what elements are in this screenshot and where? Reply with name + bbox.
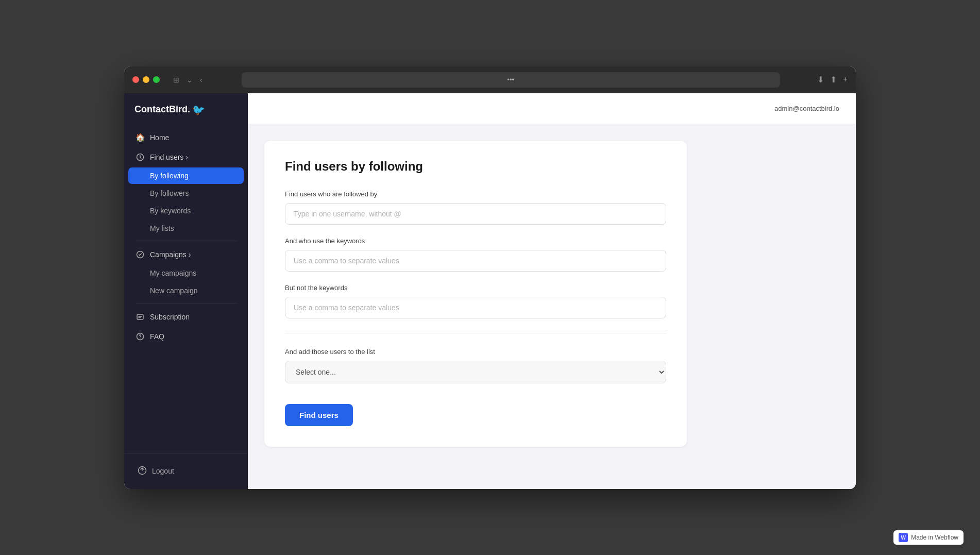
webflow-badge-label: Made in Webflow [911, 534, 958, 541]
sidebar-item-subscription-label: Subscription [150, 313, 190, 321]
sidebar-item-my-lists[interactable]: My lists [128, 220, 244, 237]
form-group-username: Find users who are followed by [285, 190, 666, 225]
form-label-list: And add those users to the list [285, 348, 666, 356]
logo-text: ContactBird. [134, 104, 190, 115]
logout-button[interactable]: Logout [134, 462, 238, 481]
sidebar-item-find-users[interactable]: Find users › [128, 148, 244, 166]
sidebar-item-by-followers[interactable]: By followers [128, 185, 244, 201]
exclude-keywords-input[interactable] [285, 297, 666, 318]
sidebar-item-my-lists-label: My lists [150, 224, 174, 232]
sidebar-item-my-campaigns-label: My campaigns [150, 269, 196, 277]
sidebar-item-by-keywords[interactable]: By keywords [128, 203, 244, 219]
sidebar-footer: Logout [124, 453, 248, 489]
logout-label: Logout [152, 467, 174, 475]
traffic-lights [132, 76, 160, 83]
find-users-button[interactable]: Find users [285, 404, 353, 426]
sidebar-item-faq-label: FAQ [150, 332, 164, 341]
main-content: admin@contactbird.io Find users by follo… [248, 93, 856, 489]
user-email: admin@contactbird.io [774, 105, 839, 112]
form-divider [285, 333, 666, 333]
sidebar-item-by-followers-label: By followers [150, 189, 189, 197]
main-body: Find users by following Find users who a… [248, 124, 856, 489]
page-title: Find users by following [285, 159, 666, 174]
main-header: admin@contactbird.io [248, 93, 856, 124]
sidebar: ContactBird. 🐦 🏠 Home Find users › [124, 93, 248, 489]
svg-rect-2 [137, 314, 143, 319]
subscription-icon [136, 312, 145, 322]
titlebar-controls: ⊞ ⌄ ‹ [171, 75, 205, 85]
clock-icon [136, 153, 145, 162]
app-layout: ContactBird. 🐦 🏠 Home Find users › [124, 93, 856, 489]
download-icon[interactable]: ⬇ [817, 75, 824, 85]
address-bar[interactable]: ••• [242, 72, 780, 88]
keywords-input[interactable] [285, 250, 666, 272]
app-window: ⊞ ⌄ ‹ ••• ⬇ ⬆ + ContactBird. 🐦 🏠 Home [124, 66, 856, 489]
form-group-exclude-keywords: But not the keywords [285, 284, 666, 318]
home-icon: 🏠 [136, 133, 145, 142]
form-group-keywords: And who use the keywords [285, 237, 666, 272]
form-label-exclude-keywords: But not the keywords [285, 284, 666, 292]
form-card: Find users by following Find users who a… [264, 141, 687, 447]
form-label-keywords: And who use the keywords [285, 237, 666, 245]
fullscreen-button[interactable] [153, 76, 160, 83]
nav-divider-2 [136, 303, 236, 304]
faq-icon [136, 332, 145, 341]
sidebar-item-find-users-label: Find users › [150, 153, 188, 161]
titlebar: ⊞ ⌄ ‹ ••• ⬇ ⬆ + [124, 66, 856, 93]
add-tab-icon[interactable]: + [843, 75, 848, 85]
sidebar-item-by-keywords-label: By keywords [150, 207, 191, 215]
sidebar-item-home-label: Home [150, 133, 169, 142]
sidebar-item-home[interactable]: 🏠 Home [128, 128, 244, 147]
sidebar-item-my-campaigns[interactable]: My campaigns [128, 265, 244, 281]
sidebar-nav: 🏠 Home Find users › By following [124, 128, 248, 453]
bird-icon: 🐦 [192, 104, 205, 116]
close-button[interactable] [132, 76, 139, 83]
webflow-badge: W Made in Webflow [893, 530, 964, 545]
sidebar-item-new-campaign[interactable]: New campaign [128, 282, 244, 299]
sidebar-item-subscription[interactable]: Subscription [128, 308, 244, 326]
titlebar-actions: ⬇ ⬆ + [817, 75, 848, 85]
webflow-logo: W [899, 533, 908, 542]
logout-icon [138, 466, 147, 477]
username-input[interactable] [285, 203, 666, 225]
form-group-list: And add those users to the list Select o… [285, 348, 666, 383]
sidebar-item-new-campaign-label: New campaign [150, 287, 198, 295]
nav-divider-1 [136, 241, 236, 241]
back-icon[interactable]: ‹ [198, 75, 205, 85]
sidebar-logo: ContactBird. 🐦 [124, 93, 248, 128]
sidebar-item-by-following[interactable]: By following [128, 167, 244, 184]
list-select[interactable]: Select one... [285, 361, 666, 383]
form-label-username: Find users who are followed by [285, 190, 666, 198]
address-dots: ••• [507, 76, 514, 83]
minimize-button[interactable] [143, 76, 149, 83]
campaigns-icon [136, 250, 145, 259]
share-icon[interactable]: ⬆ [830, 75, 837, 85]
sidebar-item-by-following-label: By following [150, 172, 189, 180]
sidebar-campaigns-label: Campaigns › [150, 250, 191, 259]
sidebar-toggle-icon[interactable]: ⊞ [171, 75, 181, 85]
sidebar-item-faq[interactable]: FAQ [128, 327, 244, 346]
sidebar-item-campaigns[interactable]: Campaigns › [128, 245, 244, 264]
svg-point-4 [140, 338, 140, 338]
chevron-down-icon[interactable]: ⌄ [184, 75, 195, 85]
